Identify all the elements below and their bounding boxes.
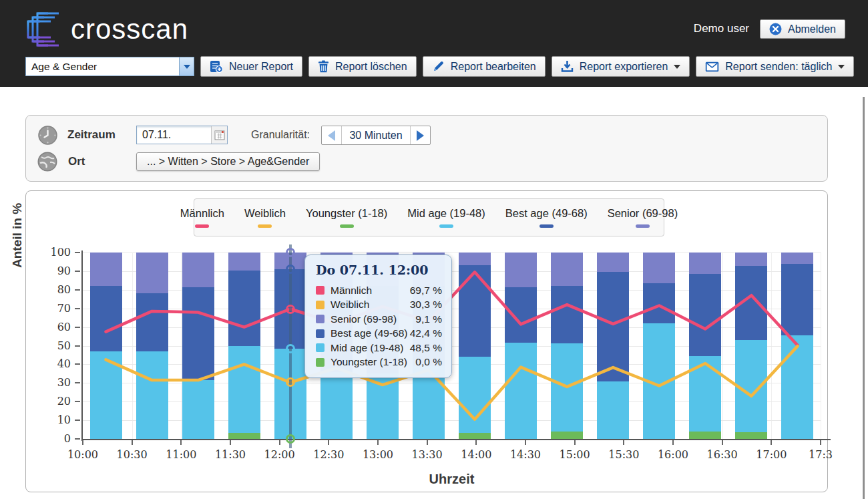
- chart-panel: MännlichWeiblichYoungster (1-18)Mid age …: [25, 190, 828, 492]
- granularity-stepper: 30 Minuten: [321, 126, 431, 145]
- tooltip-title: Do 07.11. 12:00: [316, 263, 442, 277]
- y-tick-label: 90: [41, 265, 71, 277]
- y-tick: [75, 327, 80, 328]
- y-tick-label: 10: [41, 413, 71, 426]
- legend-item-label: Youngster (1-18): [306, 207, 387, 220]
- x-axis: [81, 439, 831, 440]
- chart-tooltip: Do 07.11. 12:00 Männlich69,7 %Weiblich30…: [304, 255, 452, 378]
- date-value: 07.11.: [137, 129, 211, 141]
- tooltip-row: Best age (49-68)42,4 %: [316, 327, 442, 341]
- location-breadcrumb-button[interactable]: ... > Witten > Store > Age&Gender: [136, 152, 320, 171]
- y-tick: [75, 289, 80, 291]
- date-input[interactable]: 07.11.: [136, 126, 228, 144]
- x-tick-label: 15:30: [602, 448, 645, 461]
- edit-report-button[interactable]: Report bearbeiten: [423, 56, 546, 77]
- logout-button[interactable]: Abmelden: [760, 19, 845, 39]
- legend-swatch: [636, 224, 650, 228]
- calendar-icon[interactable]: [211, 126, 227, 144]
- x-tick: [427, 440, 428, 445]
- x-tick: [377, 440, 379, 445]
- report-select-value: Age & Gender: [26, 61, 179, 73]
- step-forward-button[interactable]: [411, 126, 430, 144]
- legend-item[interactable]: Mid age (19-48): [407, 207, 485, 228]
- scrollbar[interactable]: [863, 97, 865, 499]
- legend-item[interactable]: Youngster (1-18): [306, 207, 387, 228]
- new-report-label: Neuer Report: [229, 61, 293, 73]
- delete-report-label: Report löschen: [335, 61, 407, 73]
- selection-marker: [286, 434, 295, 444]
- export-report-button[interactable]: Report exportieren: [552, 56, 690, 77]
- delete-report-button[interactable]: Report löschen: [308, 56, 417, 77]
- x-axis-title: Uhrzeit: [83, 472, 821, 487]
- x-tick: [475, 440, 477, 445]
- y-tick: [75, 345, 80, 347]
- x-tick: [328, 440, 329, 445]
- legend-item[interactable]: Männlich: [180, 207, 224, 228]
- legend-item[interactable]: Senior (69-98): [608, 207, 678, 228]
- y-tick: [75, 308, 80, 309]
- x-tick: [230, 440, 231, 445]
- legend-item-label: Weiblich: [244, 207, 286, 220]
- report-toolbar: Age & Gender Neuer Report: [25, 56, 854, 77]
- x-tick-label: 13:30: [406, 448, 449, 461]
- granularity-value: 30 Minuten: [341, 126, 411, 144]
- legend-item-label: Mid age (19-48): [407, 207, 485, 220]
- y-tick: [75, 420, 80, 421]
- send-report-button[interactable]: Report senden: täglich: [696, 56, 854, 77]
- pencil-icon: [432, 60, 445, 73]
- x-tick: [180, 440, 182, 445]
- clock-icon: [38, 126, 57, 145]
- y-tick: [75, 401, 80, 402]
- legend-swatch: [258, 224, 272, 228]
- x-tick: [771, 440, 772, 445]
- step-back-button[interactable]: [322, 126, 341, 144]
- x-tick: [574, 440, 576, 445]
- report-select[interactable]: Age & Gender: [25, 57, 194, 76]
- x-tick-label: 11:30: [209, 448, 252, 461]
- y-tick-label: 50: [41, 339, 71, 352]
- export-icon: [561, 60, 574, 73]
- legend-item[interactable]: Best age (49-68): [505, 207, 588, 228]
- x-tick: [672, 440, 674, 445]
- tooltip-row-value: 48,5 %: [410, 342, 442, 354]
- legend-item-label: Senior (69-98): [608, 207, 678, 220]
- brand-name: crosscan: [71, 13, 188, 45]
- x-tick-label: 10:30: [111, 448, 154, 461]
- user-name: Demo user: [694, 22, 749, 35]
- y-tick-label: 20: [41, 395, 71, 407]
- y-tick: [75, 363, 80, 365]
- edit-report-label: Report bearbeiten: [451, 61, 536, 73]
- logout-label: Abmelden: [788, 23, 836, 35]
- tooltip-swatch: [316, 329, 324, 338]
- chevron-down-icon: [674, 65, 680, 69]
- y-tick: [75, 252, 80, 253]
- tooltip-row-label: Best age (49-68): [331, 327, 410, 339]
- y-tick-label: 40: [41, 357, 71, 370]
- tooltip-row-label: Senior (69-98): [331, 313, 415, 325]
- y-tick: [75, 382, 80, 383]
- x-tick-label: 12:00: [258, 448, 301, 461]
- legend-swatch: [195, 224, 209, 228]
- tooltip-row-value: 9,1 %: [415, 313, 442, 325]
- y-tick: [75, 271, 80, 272]
- send-report-label: Report senden: täglich: [725, 61, 832, 73]
- tooltip-row: Männlich69,7 %: [316, 283, 442, 298]
- tooltip-row: Youngster (1-18)0,0 %: [316, 355, 442, 370]
- x-tick-label: 16:00: [652, 448, 694, 461]
- x-tick-label: 10:00: [61, 448, 104, 461]
- chevron-down-icon[interactable]: [179, 57, 194, 75]
- tooltip-swatch: [316, 358, 324, 367]
- tooltip-row: Mid age (19-48)48,5 %: [316, 341, 442, 355]
- tooltip-row: Weiblich30,3 %: [316, 298, 442, 313]
- x-tick: [722, 440, 723, 445]
- chevron-down-icon: [838, 65, 845, 69]
- x-tick-label: 17:3: [799, 448, 842, 461]
- arrow-left-icon: [328, 130, 335, 141]
- x-tick: [132, 440, 133, 445]
- new-report-button[interactable]: Neuer Report: [200, 56, 302, 77]
- legend-item[interactable]: Weiblich: [244, 207, 286, 228]
- y-axis-title: Anteil in %: [10, 203, 25, 268]
- tooltip-row-value: 42,4 %: [410, 327, 442, 339]
- y-tick-label: 70: [41, 302, 71, 315]
- zeitraum-label: Zeitraum: [67, 128, 116, 142]
